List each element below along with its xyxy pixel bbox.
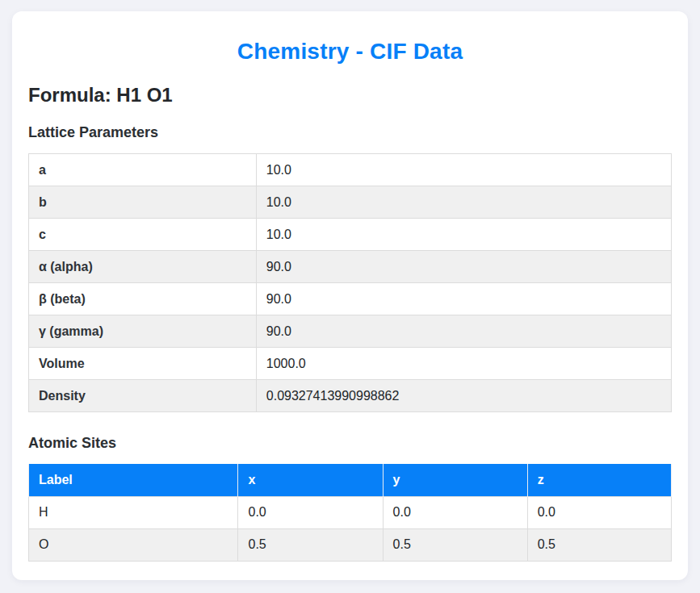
table-row: α (alpha) 90.0 [29, 251, 672, 283]
cif-data-card: Chemistry - CIF Data Formula: H1 O1 Latt… [12, 11, 688, 580]
lattice-param-name: c [29, 219, 257, 251]
formula-heading: Formula: H1 O1 [28, 84, 672, 106]
table-row: Volume 1000.0 [29, 348, 672, 380]
table-row: H 0.0 0.0 0.0 [29, 496, 672, 528]
site-label: H [29, 496, 238, 528]
table-row: β (beta) 90.0 [29, 283, 672, 315]
lattice-parameters-table: a 10.0 b 10.0 c 10.0 α (alpha) 90.0 β (b… [28, 153, 672, 412]
lattice-param-name: α (alpha) [29, 251, 257, 283]
lattice-param-value: 10.0 [256, 154, 671, 186]
lattice-param-name: γ (gamma) [29, 315, 257, 348]
site-x: 0.0 [238, 496, 383, 528]
lattice-param-value: 1000.0 [256, 348, 671, 380]
lattice-param-name: b [29, 186, 257, 219]
table-header-row: Label x y z [29, 464, 672, 496]
lattice-param-value: 90.0 [256, 283, 671, 315]
column-header-z: z [527, 464, 671, 496]
site-z: 0.0 [527, 496, 671, 528]
site-y: 0.0 [383, 496, 527, 528]
table-row: γ (gamma) 90.0 [29, 315, 672, 348]
lattice-param-value: 90.0 [256, 251, 671, 283]
table-row: O 0.5 0.5 0.5 [29, 528, 672, 561]
table-row: a 10.0 [29, 154, 672, 186]
site-z: 0.5 [527, 528, 671, 561]
lattice-param-name: β (beta) [29, 283, 257, 315]
atomic-sites-heading: Atomic Sites [28, 435, 672, 452]
column-header-y: y [383, 464, 527, 496]
lattice-param-value: 90.0 [256, 315, 671, 348]
table-row: c 10.0 [29, 219, 672, 251]
site-label: O [29, 528, 238, 561]
site-x: 0.5 [238, 528, 383, 561]
atomic-sites-table: Label x y z H 0.0 0.0 0.0 O 0.5 0.5 0.5 [28, 464, 672, 562]
table-row: Density 0.09327413990998862 [29, 380, 672, 412]
column-header-x: x [238, 464, 383, 496]
lattice-param-name: Density [29, 380, 257, 412]
lattice-param-value: 0.09327413990998862 [256, 380, 671, 412]
lattice-param-value: 10.0 [256, 186, 671, 219]
lattice-param-value: 10.0 [256, 219, 671, 251]
column-header-label: Label [29, 464, 238, 496]
page-title: Chemistry - CIF Data [28, 39, 672, 65]
site-y: 0.5 [383, 528, 527, 561]
table-row: b 10.0 [29, 186, 672, 219]
lattice-param-name: Volume [29, 348, 257, 380]
lattice-parameters-heading: Lattice Parameters [28, 124, 672, 141]
lattice-param-name: a [29, 154, 257, 186]
